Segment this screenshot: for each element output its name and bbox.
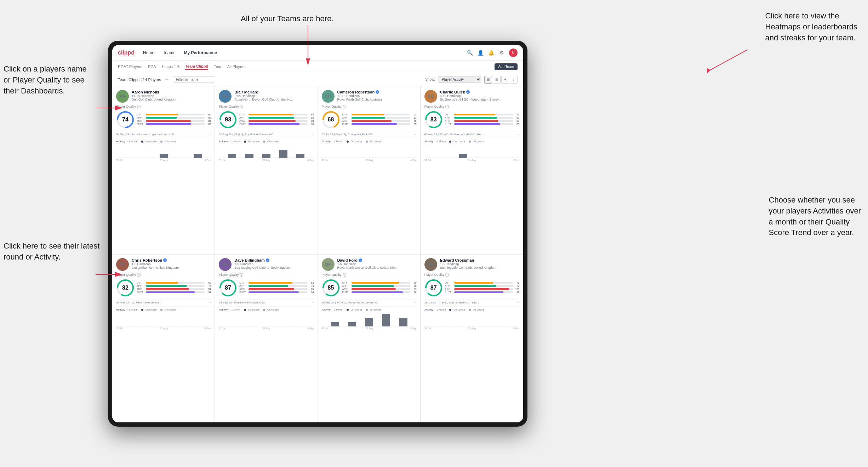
latest-round[interactable]: 02 Sep 23 | Sunset round to get back int… [116, 131, 211, 136]
stat-row: ARG 81 [137, 288, 211, 290]
chart-bar [485, 158, 493, 158]
stat-row: PUTT 92 [445, 291, 519, 294]
stat-row: APP 80 [445, 116, 519, 119]
show-select[interactable]: Player Activity Quality Score Trend [438, 76, 481, 83]
stat-value: 63 [412, 116, 417, 119]
stat-bar-fill [352, 291, 403, 293]
quality-info-icon[interactable]: i [343, 105, 346, 108]
stat-row: APP 74 [239, 285, 314, 287]
quality-row[interactable]: 87 OTT 82 APP 74 ARG 85 [219, 279, 314, 297]
quality-info-icon[interactable]: i [137, 273, 141, 277]
grid-large-button[interactable]: ⊞ [484, 76, 492, 84]
latest-round[interactable]: 04 Sep 23 | Mobility with coach, Gym → [219, 299, 314, 304]
activity-period[interactable]: · 1 Month [435, 140, 446, 143]
stat-row: ARG 83 [342, 288, 417, 290]
activity-title: Activity [322, 140, 331, 143]
nav-performance[interactable]: My Performance [184, 50, 217, 55]
player-name[interactable]: Cameron Robertson ✓ [337, 90, 417, 94]
chart-area [322, 144, 417, 158]
quality-info-icon[interactable]: i [445, 105, 449, 108]
settings-icon[interactable]: ⚙ [498, 50, 505, 56]
player-name[interactable]: Aaron Nicholls [132, 90, 211, 94]
edit-icon[interactable]: ✏ [165, 77, 169, 82]
quality-info-icon[interactable]: i [137, 105, 141, 108]
bell-icon[interactable]: 🔔 [488, 50, 494, 56]
player-info: Blair McHarg Plus Handicap Royal North D… [234, 90, 314, 101]
chart-bar [502, 158, 510, 158]
add-team-button[interactable]: Add Team [495, 63, 518, 70]
stat-value: 82 [309, 281, 314, 284]
activity-period[interactable]: · 1 Month [435, 308, 446, 311]
quality-row[interactable]: 74 OTT 60 APP 58 ARG 84 [116, 110, 211, 129]
quality-info-icon[interactable]: i [445, 273, 449, 277]
verified-badge: ✓ [163, 258, 167, 262]
quality-info-icon[interactable]: i [240, 105, 243, 108]
stat-bar-fill [146, 117, 177, 119]
tab-all-players[interactable]: All Players [227, 64, 246, 69]
player-name[interactable]: David Ford ✓ [337, 258, 417, 262]
player-name[interactable]: Edward Crossman [440, 258, 519, 262]
latest-round[interactable]: 03 Mar 23 | 19, Must make putting → [116, 299, 211, 304]
quality-row[interactable]: 68 OTT 61 APP 63 ARG 75 [322, 110, 417, 129]
quality-info-icon[interactable]: i [343, 273, 346, 277]
nav-home[interactable]: Home [143, 50, 154, 55]
activity-period[interactable]: · 1 Month [333, 140, 343, 143]
player-name[interactable]: Charlie Quick ✓ [440, 90, 519, 94]
stat-label: PUTT [137, 291, 144, 294]
player-card[interactable]: CQ Charlie Quick ✓ 6-10 Handicap St. Geo… [421, 86, 523, 254]
latest-round[interactable]: 18 Jul 23 | 74 (+3), Sunningdale GC - Ol… [424, 299, 519, 304]
chart-bar [219, 158, 228, 158]
tab-tour[interactable]: Tour [214, 64, 221, 69]
nav-teams[interactable]: Teams [163, 50, 175, 55]
off-course-label: Off course [165, 140, 176, 143]
player-card[interactable]: DB Dave Billingham ✓ 1-5 Handicap Sog Ma… [215, 254, 318, 422]
stat-row: ARG 84 [137, 120, 211, 122]
search-input[interactable] [173, 76, 215, 82]
tab-pgat[interactable]: PGAT Players [118, 64, 142, 69]
tab-pga[interactable]: PGA [148, 64, 156, 69]
chart-bar [399, 158, 407, 158]
quality-row[interactable]: 87 OTT 73 APP 79 ARG 103 [424, 279, 519, 297]
quality-row[interactable]: 93 OTT 84 APP 85 ARG 88 [219, 110, 314, 129]
player-name[interactable]: Blair McHarg [234, 90, 314, 94]
activity-period[interactable]: · 1 Month [230, 140, 240, 143]
activity-period[interactable]: · 1 Month [127, 308, 137, 311]
player-header: AN Aaron Nicholls 11-15 Handicap Drift G… [116, 90, 211, 103]
activity-period[interactable]: · 1 Month [127, 140, 137, 143]
grid-small-button[interactable]: ⊟ [493, 76, 501, 84]
tab-team-clippd[interactable]: Team Clippd [185, 64, 208, 70]
sort-button[interactable]: ↕ [510, 76, 518, 84]
filter-button[interactable]: ▼ [501, 76, 509, 84]
player-avatar: CR [116, 258, 129, 271]
player-card[interactable]: DF David Ford ✓ 1-5 Handicap Royal North… [318, 254, 421, 422]
player-name[interactable]: Dave Billingham ✓ [234, 258, 314, 262]
tab-hcaps[interactable]: Hcaps 1-5 [162, 64, 179, 69]
player-card[interactable]: CR Chris Robertson ✓ 1-5 Handicap Craigm… [112, 254, 215, 422]
player-card[interactable]: CR Cameron Robertson ✓ 11-15 Handicap Ro… [318, 86, 421, 254]
latest-round[interactable]: 26 Aug 23 | 73 (+1), Royal North Devon G… [219, 131, 314, 136]
player-card[interactable]: AN Aaron Nicholls 11-15 Handicap Drift G… [112, 86, 215, 254]
latest-round[interactable]: 07 Aug 23 | 77 (+7), St George's Hill GC… [424, 131, 519, 136]
activity-period[interactable]: · 1 Month [333, 308, 343, 311]
chart-bar [356, 158, 365, 158]
quality-row[interactable]: 82 OTT 60 APP 77 ARG 81 [116, 279, 211, 297]
latest-round[interactable]: 02 Jul 23 | 59 (+17), Craigmillar Park G… [322, 131, 417, 136]
latest-round[interactable]: 26 Aug 23 | 84 (+12), Royal North Devon … [322, 299, 417, 304]
stat-label: OTT [239, 113, 247, 116]
player-club: Royal North Devon Golf Club, United Kin.… [337, 266, 417, 269]
latest-round-arrow: → [414, 301, 417, 304]
latest-round-arrow: → [311, 301, 314, 304]
search-icon[interactable]: 🔍 [467, 50, 473, 56]
player-card[interactable]: EC Edward Crossman 1-5 Handicap Sunningd… [421, 254, 523, 422]
quality-row[interactable]: 85 OTT 89 APP 80 ARG 83 [322, 279, 417, 297]
quality-row[interactable]: 83 OTT 77 APP 80 ARG 83 [424, 110, 519, 129]
player-card[interactable]: BM Blair McHarg Plus Handicap Royal Nort… [215, 86, 318, 254]
avatar[interactable]: U [509, 49, 518, 57]
player-name[interactable]: Chris Robertson ✓ [132, 258, 211, 262]
quality-label: Player Quality i [424, 273, 519, 277]
person-icon[interactable]: 👤 [477, 50, 484, 56]
off-course-label: Off course [473, 140, 484, 143]
nav-logo: clippd [118, 50, 135, 56]
activity-period[interactable]: · 1 Month [230, 308, 240, 311]
quality-info-icon[interactable]: i [240, 273, 243, 277]
